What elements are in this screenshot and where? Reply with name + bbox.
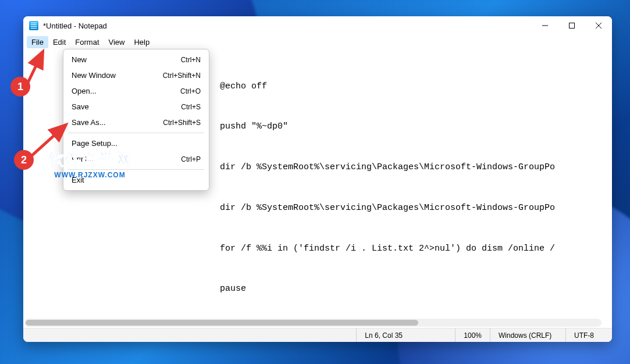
annotation-badge-1: 1 xyxy=(10,77,30,97)
menu-item-save[interactable]: Save Ctrl+S xyxy=(63,99,209,115)
menu-item-shortcut: Ctrl+N xyxy=(181,56,201,64)
menu-item-label: Print... xyxy=(72,155,181,163)
svg-rect-1 xyxy=(570,23,575,28)
menu-item-print[interactable]: Print... Ctrl+P xyxy=(63,151,209,167)
menu-separator xyxy=(68,133,204,133)
status-zoom: 100% xyxy=(455,329,490,342)
menu-item-label: Exit xyxy=(72,176,201,184)
menu-help[interactable]: Help xyxy=(129,36,154,48)
menu-item-open[interactable]: Open... Ctrl+O xyxy=(63,83,209,99)
annotation-badge-label: 2 xyxy=(21,154,27,166)
menu-item-shortcut: Ctrl+Shift+N xyxy=(163,72,201,80)
menu-item-new-window[interactable]: New Window Ctrl+Shift+N xyxy=(63,67,209,83)
menu-item-exit[interactable]: Exit xyxy=(63,172,209,188)
file-menu-dropdown: New Ctrl+N New Window Ctrl+Shift+N Open.… xyxy=(63,49,209,191)
menu-format[interactable]: Format xyxy=(70,36,104,48)
horizontal-scrollbar[interactable] xyxy=(24,319,601,327)
status-position: Ln 6, Col 35 xyxy=(356,329,455,342)
menu-item-shortcut: Ctrl+Shift+S xyxy=(163,119,201,127)
close-button[interactable] xyxy=(585,16,612,35)
menu-item-new[interactable]: New Ctrl+N xyxy=(63,52,209,67)
annotation-badge-label: 1 xyxy=(17,81,23,93)
window-title: *Untitled - Notepad xyxy=(43,22,107,30)
status-line-ending: Windows (CRLF) xyxy=(490,329,565,342)
menu-item-shortcut: Ctrl+P xyxy=(181,155,201,163)
menu-item-shortcut: Ctrl+O xyxy=(180,87,201,95)
editor-line: dir /b %SystemRoot%\servicing\Packages\M… xyxy=(28,201,607,215)
menu-item-label: Save As... xyxy=(72,118,163,127)
annotation-arrow-icon xyxy=(27,121,73,162)
annotation-badge-2: 2 xyxy=(14,150,34,170)
editor-line: for /f %%i in ('findstr /i . List.txt 2^… xyxy=(28,242,607,255)
notepad-icon xyxy=(29,21,38,30)
svg-line-4 xyxy=(28,51,43,83)
menu-item-label: Save xyxy=(72,102,181,111)
menu-item-label: New Window xyxy=(72,71,163,80)
menu-item-label: New xyxy=(72,55,181,64)
titlebar[interactable]: *Untitled - Notepad xyxy=(23,16,612,35)
statusbar: Ln 6, Col 35 100% Windows (CRLF) UTF-8 xyxy=(23,328,612,342)
status-encoding: UTF-8 xyxy=(565,329,612,342)
menu-item-label: Open... xyxy=(72,87,180,95)
menu-item-page-setup[interactable]: Page Setup... xyxy=(63,135,209,151)
minimize-button[interactable] xyxy=(532,16,558,35)
menu-separator xyxy=(68,169,204,170)
svg-line-5 xyxy=(30,124,66,157)
maximize-button[interactable] xyxy=(558,16,585,35)
scrollbar-thumb[interactable] xyxy=(26,320,418,326)
menu-view[interactable]: View xyxy=(104,36,130,48)
menu-item-save-as[interactable]: Save As... Ctrl+Shift+S xyxy=(63,115,209,130)
menu-item-label: Page Setup... xyxy=(72,139,201,148)
editor-line: pause xyxy=(28,282,607,295)
menubar: File Edit Format View Help xyxy=(23,35,612,49)
menu-item-shortcut: Ctrl+S xyxy=(181,103,201,111)
